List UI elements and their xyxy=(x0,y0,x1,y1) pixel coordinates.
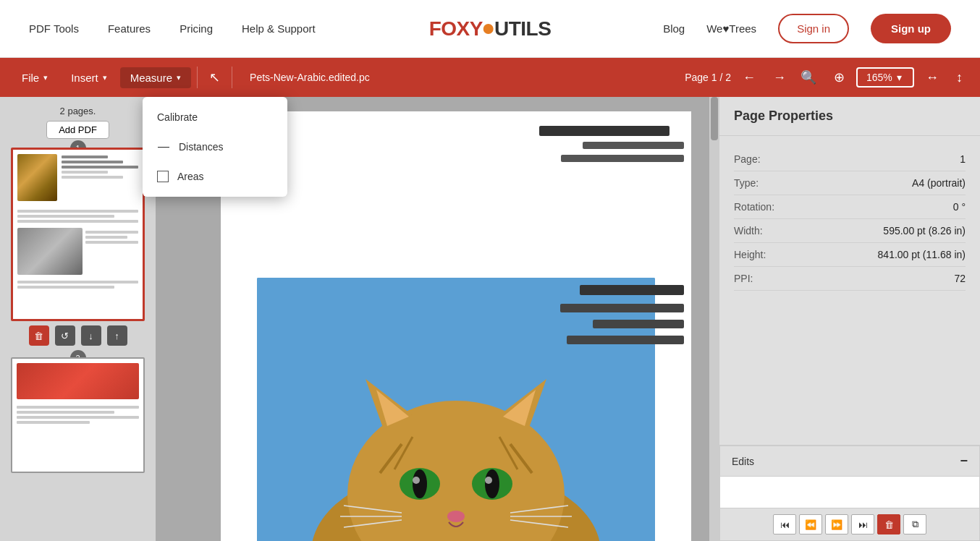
svg-point-16 xyxy=(485,477,492,484)
help-support-nav[interactable]: Help & Support xyxy=(242,22,316,35)
file-label: File xyxy=(22,72,39,84)
edits-label: Edits xyxy=(732,456,754,467)
measure-menu-button[interactable]: Measure ▾ xyxy=(120,67,191,88)
page-content xyxy=(221,111,691,541)
thumb-cat-image xyxy=(17,154,57,201)
next-page-button[interactable]: → xyxy=(767,67,792,88)
measure-dropdown-menu: Calibrate — Distances Areas xyxy=(143,97,287,197)
toolbar-separator-2 xyxy=(232,67,232,88)
scrollbar-thumb[interactable] xyxy=(711,97,718,140)
logo-utils-text: UTILS xyxy=(494,17,551,40)
type-value: A4 (portrait) xyxy=(912,177,966,189)
areas-menu-item[interactable]: Areas xyxy=(143,162,287,191)
blog-nav[interactable]: Blog xyxy=(663,22,685,35)
thumb-text-2 xyxy=(62,161,123,163)
edits-prev-button[interactable]: ⏪ xyxy=(799,514,822,534)
rotation-prop-row: Rotation: 0 ° xyxy=(734,195,966,219)
zoom-chevron-icon: ▾ xyxy=(897,72,902,83)
height-label: Height: xyxy=(734,249,766,260)
zoom-level-selector[interactable]: 165% ▾ xyxy=(856,67,914,88)
thumb-line-6 xyxy=(17,210,138,213)
cursor-tool-icon: ↖ xyxy=(203,65,226,90)
svg-point-13 xyxy=(413,469,427,498)
ppi-value: 72 xyxy=(954,273,966,284)
edits-header[interactable]: Edits − xyxy=(719,446,980,477)
file-menu-button[interactable]: File ▾ xyxy=(12,67,58,88)
overlay-line-1 xyxy=(580,285,684,295)
delete-page-button[interactable]: 🗑 xyxy=(29,325,49,346)
distances-menu-item[interactable]: — Distances xyxy=(143,132,287,162)
search-icon[interactable]: 🔍 xyxy=(795,65,822,90)
thumb-line-8 xyxy=(17,220,138,223)
pdf-tools-nav[interactable]: PDF Tools xyxy=(29,22,79,35)
right-panel: Page Properties Page: 1 Type: A4 (portra… xyxy=(719,97,980,541)
fit-width-icon[interactable]: ↔ xyxy=(920,66,945,90)
areas-checkbox-icon xyxy=(157,171,169,182)
page-prop-row: Page: 1 xyxy=(734,148,966,171)
move-down-button[interactable]: ↓ xyxy=(81,325,101,346)
insert-chevron-icon: ▾ xyxy=(103,73,107,82)
overlay-line-2 xyxy=(560,304,684,312)
page-value: 1 xyxy=(960,153,966,165)
arabic-text-area xyxy=(539,126,684,162)
overlay-line-4 xyxy=(567,336,684,344)
height-prop-row: Height: 841.00 pt (11.68 in) xyxy=(734,243,966,267)
nav-links-left: PDF Tools Features Pricing Help & Suppor… xyxy=(29,22,663,35)
thumb-text-4 xyxy=(62,171,108,174)
edits-controls: ⏮ ⏪ ⏩ ⏭ 🗑 ⧉ xyxy=(719,508,980,541)
rotation-label: Rotation: xyxy=(734,201,774,213)
edits-first-button[interactable]: ⏮ xyxy=(773,514,796,534)
thumb-line-11 xyxy=(85,241,138,244)
measure-chevron-icon: ▾ xyxy=(177,73,181,82)
edits-collapse-icon[interactable]: − xyxy=(960,453,968,469)
thumbnail-sidebar: 2 pages. Add PDF 1 xyxy=(0,97,156,541)
sign-up-button[interactable]: Sign up xyxy=(871,14,951,43)
thumb2-line-3 xyxy=(17,416,139,419)
edits-copy-button[interactable]: ⧉ xyxy=(903,514,926,534)
edits-content-area xyxy=(719,477,980,508)
dropdown-panel: Calibrate — Distances Areas xyxy=(143,97,287,197)
features-nav[interactable]: Features xyxy=(108,22,151,35)
we-trees-nav[interactable]: We♥Trees xyxy=(706,22,756,35)
page-navigation: Page 1 / 2 ← → xyxy=(685,67,792,88)
distances-label: Distances xyxy=(179,141,223,153)
insert-menu-button[interactable]: Insert ▾ xyxy=(61,67,117,88)
fit-height-icon[interactable]: ↕ xyxy=(950,66,968,90)
prev-page-button[interactable]: ← xyxy=(737,67,761,88)
svg-point-15 xyxy=(413,477,420,484)
thumb-line-9 xyxy=(85,231,138,234)
arabic-line-1 xyxy=(539,126,669,136)
edits-delete-button[interactable]: 🗑 xyxy=(877,514,900,534)
add-pdf-button[interactable]: Add PDF xyxy=(46,121,109,139)
width-label: Width: xyxy=(734,225,763,237)
insert-label: Insert xyxy=(71,72,98,84)
logo-fox-text: FOXY xyxy=(429,17,483,40)
vertical-scrollbar[interactable] xyxy=(709,97,719,541)
height-value: 841.00 pt (11.68 in) xyxy=(878,249,966,260)
page-2-image[interactable] xyxy=(11,357,145,473)
measure-label: Measure xyxy=(130,72,172,84)
zoom-in-icon[interactable]: ⊕ xyxy=(828,65,850,90)
page-1-image[interactable] xyxy=(11,148,145,321)
rotate-page-button[interactable]: ↺ xyxy=(55,325,75,346)
toolbar-separator-1 xyxy=(197,67,198,88)
svg-point-14 xyxy=(485,469,499,498)
move-up-button[interactable]: ↑ xyxy=(107,325,127,346)
pricing-nav[interactable]: Pricing xyxy=(179,22,213,35)
page-info: Page 1 / 2 xyxy=(685,72,731,83)
sign-in-button[interactable]: Sign in xyxy=(778,14,849,43)
edits-panel: Edits − ⏮ ⏪ ⏩ ⏭ 🗑 ⧉ xyxy=(719,445,980,541)
page-1-thumbnail: 1 xyxy=(11,148,145,346)
page-1-actions: 🗑 ↺ ↓ ↑ xyxy=(11,325,145,346)
edits-last-button[interactable]: ⏭ xyxy=(851,514,874,534)
calibrate-menu-item[interactable]: Calibrate xyxy=(143,103,287,132)
logo[interactable]: FOXYUTILS xyxy=(429,17,552,41)
file-chevron-icon: ▾ xyxy=(43,73,48,82)
edits-next-button[interactable]: ⏩ xyxy=(825,514,848,534)
arabic-line-3 xyxy=(561,155,684,162)
pages-count-label: 2 pages. xyxy=(60,106,96,116)
ppi-label: PPI: xyxy=(734,273,753,284)
overlay-line-3 xyxy=(593,320,684,328)
width-prop-row: Width: 595.00 pt (8.26 in) xyxy=(734,219,966,243)
thumb2-line-4 xyxy=(17,421,90,424)
